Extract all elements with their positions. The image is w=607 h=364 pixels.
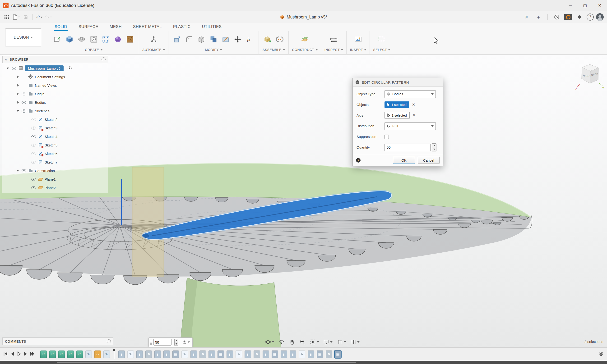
ribbon-tab[interactable]: PLASTIC <box>173 23 191 31</box>
save-icon[interactable] <box>21 12 30 22</box>
hole-icon[interactable] <box>88 33 99 46</box>
clear-objects-icon[interactable]: ✕ <box>412 102 415 107</box>
redo-button[interactable]: ↷ <box>44 12 53 22</box>
timeline-feature[interactable] <box>299 351 305 358</box>
group-label-create[interactable]: CREATE <box>85 47 102 53</box>
timeline-feature[interactable] <box>76 351 83 358</box>
info-icon[interactable]: i <box>356 158 361 163</box>
timeline-feature[interactable] <box>308 351 314 358</box>
timeline-feature[interactable] <box>145 351 152 358</box>
insert-image-icon[interactable] <box>353 33 364 46</box>
step-forward-button[interactable] <box>23 351 28 358</box>
tree-item[interactable]: Sketch3 <box>2 124 108 132</box>
measure-icon[interactable] <box>328 33 339 46</box>
ribbon-tab[interactable]: SOLID <box>54 23 67 31</box>
orbit-icon[interactable] <box>264 338 275 346</box>
timeline-settings-gear-icon[interactable] <box>598 351 604 357</box>
minimize-button[interactable]: ─ <box>563 0 578 11</box>
clear-axis-icon[interactable]: ✕ <box>413 113 416 117</box>
drag-grip-icon[interactable] <box>150 339 152 345</box>
rectangular-pattern-icon[interactable] <box>100 33 111 46</box>
visibility-eye[interactable] <box>31 152 36 155</box>
document-tab[interactable]: Mushroom_Lamp v5* <box>280 11 327 23</box>
new-document-icon[interactable]: ＋ <box>534 12 543 22</box>
visibility-eye[interactable] <box>22 169 26 172</box>
ribbon-tab[interactable]: SHEET METAL <box>133 23 162 31</box>
visibility-eye[interactable] <box>31 161 36 164</box>
minimize-browser-icon[interactable] <box>102 57 106 61</box>
timeline-feature[interactable] <box>335 351 341 358</box>
browser-header[interactable]: « BROWSER <box>2 56 108 63</box>
tree-item[interactable]: Sketch5 <box>2 141 108 149</box>
timeline-scrollbar-thumb[interactable] <box>57 362 356 363</box>
timeline-feature[interactable] <box>136 351 143 358</box>
tree-item[interactable]: Named Views <box>2 81 108 90</box>
tree-item-root-component[interactable]: Mushroom_Lamp v5 <box>2 64 108 73</box>
tree-item[interactable]: Sketch7 <box>2 158 108 166</box>
view-cube[interactable]: RIGHT BACK X Y <box>575 61 605 91</box>
job-status-icon[interactable] <box>553 12 561 22</box>
timeline-feature[interactable] <box>217 351 224 358</box>
collapse-panel-icon[interactable]: « <box>5 57 7 61</box>
timeline-feature[interactable] <box>173 351 179 358</box>
timeline-feature[interactable] <box>200 351 206 358</box>
timeline-feature[interactable] <box>263 351 269 358</box>
timeline-feature[interactable] <box>163 351 170 358</box>
go-to-start-button[interactable] <box>3 351 9 358</box>
expand-arrow[interactable] <box>17 84 20 87</box>
expand-arrow[interactable] <box>17 75 20 78</box>
visibility-eye[interactable] <box>31 135 36 138</box>
pan-icon[interactable] <box>288 338 296 346</box>
timeline-feature[interactable] <box>326 351 332 358</box>
app-grid-icon[interactable] <box>2 12 11 22</box>
workspace-selector[interactable]: DESIGN <box>5 28 41 46</box>
undo-button[interactable]: ↶ <box>35 12 43 22</box>
visibility-eye[interactable] <box>22 101 26 104</box>
pattern-quantity-input[interactable] <box>153 339 172 346</box>
visibility-eye[interactable] <box>31 186 36 189</box>
tree-item[interactable]: Sketch4 <box>2 132 108 141</box>
timeline-feature[interactable] <box>272 351 278 358</box>
revolve-icon[interactable] <box>76 33 87 46</box>
timeline-feature[interactable] <box>127 351 134 358</box>
tree-item[interactable]: Sketch6 <box>2 149 108 158</box>
group-label-insert[interactable]: INSERT <box>350 47 366 53</box>
expand-arrow[interactable] <box>17 169 20 172</box>
timeline-scrollbar[interactable] <box>0 361 607 364</box>
visibility-eye[interactable] <box>31 118 36 121</box>
notification-badge[interactable] <box>564 14 572 20</box>
expand-arrow[interactable] <box>17 92 20 95</box>
close-button[interactable]: ✕ <box>592 0 607 11</box>
create-sketch-icon[interactable] <box>52 33 63 46</box>
maximize-button[interactable]: ▢ <box>578 0 592 11</box>
distribution-type-button[interactable] <box>181 339 191 346</box>
tree-item[interactable]: Sketches <box>2 107 108 115</box>
change-parameters-icon[interactable]: fx <box>244 33 255 46</box>
cancel-button[interactable]: Cancel <box>418 157 440 164</box>
expand-arrow[interactable] <box>17 109 20 113</box>
timeline-feature[interactable] <box>49 351 56 358</box>
zoom-icon[interactable] <box>298 338 307 346</box>
object-type-select[interactable]: Bodies <box>385 90 436 98</box>
expand-arrow[interactable] <box>17 101 20 104</box>
ribbon-tab[interactable]: UTILITIES <box>201 23 222 31</box>
display-settings-icon[interactable] <box>322 338 334 346</box>
timeline-feature[interactable] <box>254 351 260 358</box>
group-label-assemble[interactable]: ASSEMBLE <box>263 47 285 53</box>
timeline-feature[interactable] <box>118 351 125 358</box>
pattern-quantity-stepper[interactable] <box>174 339 178 346</box>
account-avatar[interactable] <box>596 13 604 21</box>
help-icon[interactable]: ? <box>587 13 594 21</box>
timeline-feature[interactable] <box>208 351 215 358</box>
visibility-eye[interactable] <box>31 127 36 130</box>
tree-item[interactable]: Plane1 <box>2 175 108 183</box>
expand-arrow[interactable] <box>7 67 10 70</box>
axis-selected-chip[interactable]: 1 selected <box>385 112 410 119</box>
ribbon-tab[interactable]: SURFACE <box>78 23 99 31</box>
shell-icon[interactable] <box>196 33 207 46</box>
window-select-icon[interactable] <box>376 33 387 46</box>
timeline-feature[interactable] <box>94 351 101 358</box>
group-label-automate[interactable]: AUTOMATE <box>142 47 165 53</box>
tree-item[interactable]: Plane2 <box>2 183 108 192</box>
timeline-feature[interactable] <box>244 351 251 358</box>
